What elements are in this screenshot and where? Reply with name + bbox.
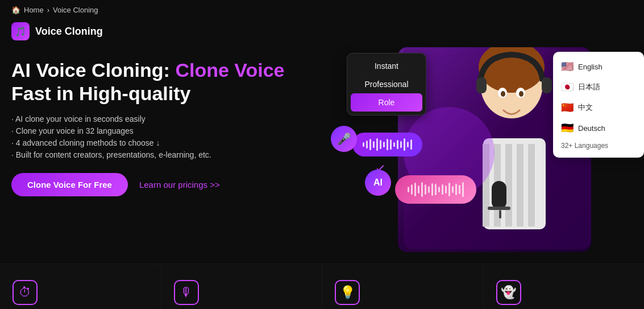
card-instant-icon: ⏱ xyxy=(13,280,38,305)
lang-more-label: 32+ Languages xyxy=(553,138,644,153)
lang-german[interactable]: 🇩🇪 Deutsch xyxy=(553,118,644,138)
clone-voice-button[interactable]: Clone Voice For Free xyxy=(11,173,128,196)
card-diy[interactable]: 💡 DIY Voice Cloning Customize my own voi… xyxy=(322,264,484,309)
flag-us: 🇺🇸 xyxy=(561,60,574,73)
flag-jp: 🇯🇵 xyxy=(561,81,574,93)
lang-english-label: English xyxy=(578,63,603,71)
breadcrumb-home[interactable]: Home xyxy=(24,6,44,14)
svg-rect-17 xyxy=(499,210,501,219)
bottom-waveform xyxy=(395,175,476,204)
hero-section: AI Voice Cloning: Clone Voice Fast in Hi… xyxy=(11,53,307,246)
card-instant[interactable]: ⏱ Instant Voice Cloning Clone voices in … xyxy=(0,264,161,309)
language-dropdown[interactable]: 🇺🇸 English 🇯🇵 日本語 🇨🇳 中文 🇩🇪 Deutsch 32+ L… xyxy=(553,52,644,158)
logo-text: Voice Cloning xyxy=(35,26,103,38)
bullet-1: AI clone your voice in seconds easily xyxy=(11,114,307,123)
lang-chinese-label: 中文 xyxy=(578,102,593,113)
flag-cn: 🇨🇳 xyxy=(561,101,574,114)
home-icon: 🏠 xyxy=(11,6,20,14)
svg-point-14 xyxy=(519,91,523,97)
card-diy-icon: 💡 xyxy=(335,280,360,305)
card-character-icon: 👻 xyxy=(496,280,521,305)
svg-rect-4 xyxy=(542,77,552,93)
svg-rect-3 xyxy=(476,77,487,93)
top-waveform xyxy=(352,133,422,156)
lang-japanese-label: 日本語 xyxy=(578,82,600,92)
card-professional-icon: 🎙 xyxy=(174,280,199,305)
bullet-4: Built for content creators, presentation… xyxy=(11,150,307,159)
dropdown-role[interactable]: Role xyxy=(351,93,422,112)
breadcrumb: 🏠 Home › Voice Cloning xyxy=(0,0,644,20)
voice-icon-circle: 🎤 xyxy=(331,126,357,152)
lang-german-label: Deutsch xyxy=(578,124,605,133)
lang-japanese[interactable]: 🇯🇵 日本語 xyxy=(553,77,644,97)
svg-rect-15 xyxy=(492,181,506,209)
logo-icon: 🎵 xyxy=(11,22,30,40)
dropdown-professional[interactable]: Professional xyxy=(351,75,422,93)
flag-de: 🇩🇪 xyxy=(561,122,574,134)
breadcrumb-current: Voice Cloning xyxy=(53,6,98,14)
breadcrumb-separator: › xyxy=(47,6,49,14)
svg-rect-16 xyxy=(488,207,510,210)
feature-cards: ⏱ Instant Voice Cloning Clone voices in … xyxy=(0,263,644,309)
card-professional[interactable]: 🎙 Professinal Voice Cloning Clone high-q… xyxy=(161,264,323,309)
method-dropdown[interactable]: Instant Professional Role xyxy=(347,53,426,116)
card-character[interactable]: 👻 Unique Character Creation Turn prompt … xyxy=(484,264,645,309)
hero-title: AI Voice Cloning: Clone Voice Fast in Hi… xyxy=(11,59,307,105)
bullet-3: 4 advanced cloning methods to choose ↓ xyxy=(11,138,307,147)
lang-chinese[interactable]: 🇨🇳 中文 xyxy=(553,97,644,118)
hero-actions: Clone Voice For Free Learn our pricings … xyxy=(11,173,307,196)
pricing-link[interactable]: Learn our pricings >> xyxy=(139,180,220,189)
bullet-2: Clone your voice in 32 languages xyxy=(11,126,307,135)
main-content: AI Voice Cloning: Clone Voice Fast in Hi… xyxy=(0,47,644,246)
lang-english[interactable]: 🇺🇸 English xyxy=(553,56,644,77)
site-header: 🎵 Voice Cloning xyxy=(0,20,644,47)
hero-bullets: AI clone your voice in seconds easily Cl… xyxy=(11,114,307,159)
hero-visual: Instant Professional Role xyxy=(318,53,591,246)
dropdown-instant[interactable]: Instant xyxy=(351,57,422,75)
ai-circle: AI xyxy=(365,170,391,196)
svg-point-13 xyxy=(501,91,505,97)
